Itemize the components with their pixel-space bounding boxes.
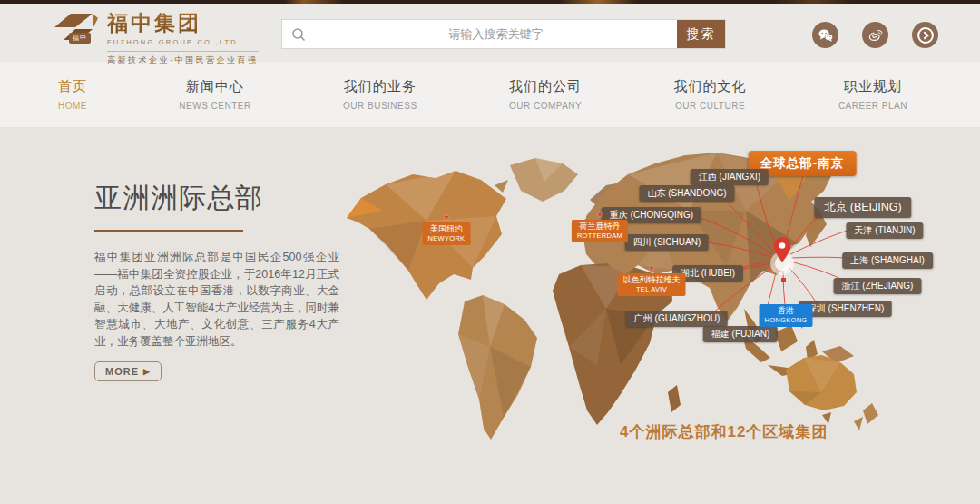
- map-label-rotterdam: ★荷兰鹿特丹ROTTERDAM: [572, 220, 628, 242]
- page-title: 亚洲洲际总部: [94, 180, 339, 217]
- map-label-hongkong: 香港HONGKONG: [760, 304, 813, 327]
- more-arrow-glyph: ▶: [143, 367, 151, 376]
- continents: [347, 153, 878, 440]
- wechat-icon[interactable]: [812, 22, 838, 48]
- nav-item-our-business[interactable]: 我们的业务 OUR BUSINESS: [343, 78, 417, 111]
- hero-map-section: 亚洲洲际总部 福中集团亚洲洲际总部是中国民企500强企业——福中集团全资控股企业…: [0, 127, 980, 504]
- main-nav: 首页 HOME 新闻中心 NEWS CENTER 我们的业务 OUR BUSIN…: [0, 62, 980, 127]
- star-icon: ★: [596, 210, 603, 220]
- search-icon: [282, 20, 315, 48]
- logo-badge: 福中: [69, 33, 91, 44]
- site-logo[interactable]: 福中 福中集团 FUZHONG GROUP CO.,LTD 高新技术企业·中国民…: [53, 9, 259, 66]
- star-icon: ★: [648, 263, 655, 273]
- map-label-shandong: 山东 (SHANDONG): [639, 185, 734, 202]
- hq-pin-icon: [770, 237, 794, 282]
- hongkong-marker: [781, 278, 786, 282]
- social-links: [812, 22, 938, 48]
- brand-name-cn: 福中集团: [107, 9, 259, 37]
- map-label-tianjin: 天津 (TIANJIN): [846, 222, 923, 239]
- hero-intro: 亚洲洲际总部 福中集团亚洲洲际总部是中国民企500强企业——福中集团全资控股企业…: [94, 180, 339, 381]
- map-label-zhejiang: 浙江 (ZHEJIANG): [834, 278, 922, 294]
- search-input[interactable]: [315, 20, 677, 48]
- map-label-fujian: 福建 (FUJIAN): [703, 326, 778, 342]
- map-label-newyork: ★美国纽约NEWYORK: [423, 222, 471, 245]
- map-label-shanghai: 上海 (SHANGHAI): [842, 252, 933, 269]
- more-arrow-icon[interactable]: [912, 22, 938, 48]
- nav-item-our-company[interactable]: 我们的公司 OUR COMPANY: [509, 78, 582, 111]
- brand-tagline: 高新技术企业·中国民营企业百强: [107, 51, 259, 66]
- star-icon: ★: [443, 212, 450, 222]
- map-label-shenzhen: 深圳 (SHENZHEN): [799, 301, 892, 317]
- title-underline: [94, 230, 243, 232]
- map-label-guangzhou: 广州 (GUANGZHOU): [626, 311, 728, 327]
- nav-item-our-culture[interactable]: 我们的文化 OUR CULTURE: [674, 78, 747, 111]
- map-label-sichuan: 四川 (SICHUAN): [625, 234, 709, 251]
- intro-paragraph: 福中集团亚洲洲际总部是中国民企500强企业——福中集团全资控股企业，于2016年…: [94, 249, 339, 350]
- map-caption: 4个洲际总部和12个区域集团: [620, 421, 828, 442]
- map-label-jiangxi: 江西 (JIANGXI): [691, 169, 769, 185]
- site-header: 福中 福中集团 FUZHONG GROUP CO.,LTD 高新技术企业·中国民…: [0, 4, 980, 62]
- search-bar: 搜索: [281, 19, 726, 49]
- nav-item-news-center[interactable]: 新闻中心 NEWS CENTER: [179, 78, 250, 111]
- search-button[interactable]: 搜索: [677, 20, 725, 48]
- more-button[interactable]: MORE ▶: [94, 361, 162, 381]
- nav-item-home[interactable]: 首页 HOME: [58, 78, 87, 111]
- brand-name-en: FUZHONG GROUP CO.,LTD: [107, 38, 259, 46]
- nav-item-career-plan[interactable]: 职业规划 CAREER PLAN: [838, 78, 907, 111]
- logo-mark-icon: 福中: [53, 9, 100, 49]
- weibo-icon[interactable]: [862, 22, 888, 48]
- map-label-beijing: 北京 (BEIJING): [814, 197, 911, 218]
- map-label-telaviv: ★以色列特拉维夫TEL AVIV: [618, 273, 686, 296]
